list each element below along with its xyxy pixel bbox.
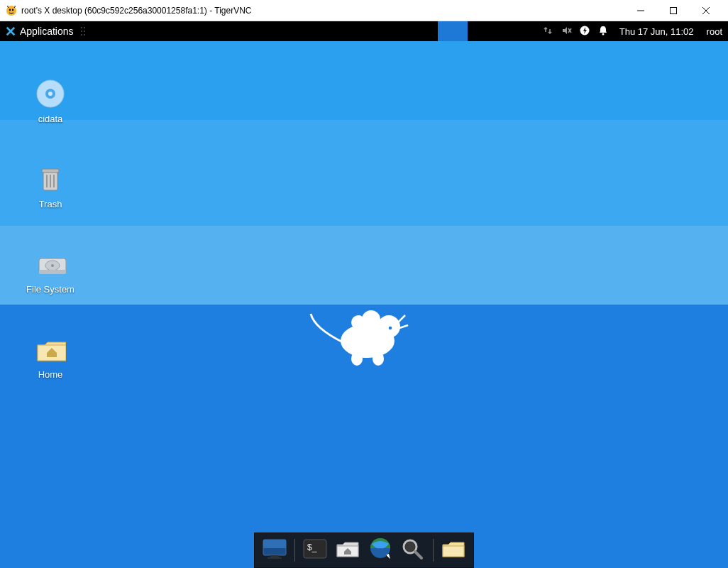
svg-point-12: [84, 31, 85, 32]
tigervnc-icon: [6, 5, 17, 16]
power-indicator[interactable]: [575, 21, 594, 41]
svg-line-26: [398, 315, 405, 322]
svg-rect-43: [263, 540, 286, 548]
dock-separator: [433, 539, 434, 562]
svg-point-1: [9, 9, 11, 11]
svg-rect-4: [671, 7, 677, 13]
user-menu[interactable]: root: [701, 26, 728, 37]
svg-point-22: [351, 315, 365, 329]
network-icon: [542, 25, 553, 38]
power-icon: [579, 25, 590, 38]
tasklist-active-window[interactable]: [438, 21, 468, 41]
bell-icon: [597, 25, 609, 38]
show-desktop-icon: [262, 537, 287, 563]
desktop-icon-label: cidata: [38, 114, 63, 124]
network-indicator[interactable]: [539, 21, 557, 41]
home-folder-icon: [35, 334, 66, 365]
panel-separator-handle[interactable]: [79, 21, 87, 41]
host-window-title: root's X desktop (60c9c592c256a30001258f…: [21, 6, 252, 16]
desktop-icon-cidata[interactable]: cidata: [11, 78, 89, 124]
svg-point-18: [602, 33, 604, 35]
svg-point-24: [373, 351, 384, 366]
vnc-viewport: Applications Thu 17 Jun, 11:02: [0, 21, 728, 568]
trash-icon: [35, 163, 66, 195]
svg-point-25: [389, 326, 392, 329]
folder-icon: [441, 537, 466, 563]
dock-folder[interactable]: [438, 536, 469, 564]
applications-menu-label: Applications: [20, 26, 74, 37]
applications-menu-button[interactable]: Applications: [0, 21, 79, 41]
desktop-icon-home[interactable]: Home: [11, 334, 89, 380]
desktop-icon-label: Trash: [39, 199, 62, 209]
desktop-icon-label: Home: [38, 369, 63, 380]
top-panel: Applications Thu 17 Jun, 11:02: [0, 21, 728, 41]
svg-rect-33: [42, 169, 59, 173]
svg-point-14: [84, 34, 85, 36]
svg-point-13: [81, 34, 82, 36]
drive-icon: [35, 248, 66, 280]
svg-point-31: [48, 92, 53, 96]
svg-point-10: [84, 27, 85, 28]
host-close-button[interactable]: [690, 0, 722, 21]
svg-rect-40: [39, 270, 66, 274]
dock-show-desktop[interactable]: [259, 536, 290, 564]
host-minimize-button[interactable]: [624, 0, 657, 21]
notifications-indicator[interactable]: [594, 21, 612, 41]
dock-separator: [294, 539, 295, 562]
desktop-icon-filesystem[interactable]: File System: [11, 248, 89, 295]
optical-disc-icon: [35, 78, 66, 109]
svg-point-11: [81, 31, 82, 32]
terminal-icon: $_: [302, 537, 328, 563]
svg-point-23: [351, 351, 363, 366]
svg-rect-53: [443, 546, 464, 557]
svg-text:$_: $_: [307, 542, 317, 552]
magnifier-icon: [400, 537, 426, 563]
xfce-mouse-wallpaper-icon: [307, 293, 421, 381]
svg-point-51: [405, 542, 415, 552]
host-maximize-button[interactable]: [657, 0, 690, 21]
host-titlebar: root's X desktop (60c9c592c256a30001258f…: [0, 0, 728, 21]
desktop-icon-trash[interactable]: Trash: [11, 163, 89, 209]
svg-point-9: [81, 27, 82, 28]
svg-line-52: [415, 552, 421, 558]
bottom-dock: $_: [254, 532, 474, 568]
file-manager-icon: [335, 537, 360, 563]
desktop[interactable]: cidata Trash File System Home: [0, 41, 728, 568]
web-browser-icon: [368, 537, 393, 564]
xfce-logo-icon: [6, 26, 16, 36]
svg-rect-44: [270, 555, 279, 557]
svg-point-2: [12, 9, 13, 11]
volume-muted-icon: [561, 25, 572, 38]
volume-indicator[interactable]: [557, 21, 575, 41]
clock[interactable]: Thu 17 Jun, 11:02: [612, 26, 701, 37]
svg-point-20: [377, 315, 400, 338]
dock-app-finder[interactable]: [397, 536, 429, 564]
dock-web-browser[interactable]: [365, 536, 396, 564]
dock-file-manager[interactable]: [332, 536, 363, 564]
svg-rect-45: [268, 557, 282, 559]
svg-point-39: [51, 264, 54, 267]
svg-line-27: [399, 325, 408, 328]
desktop-icon-label: File System: [26, 284, 75, 295]
dock-terminal[interactable]: $_: [299, 536, 331, 564]
